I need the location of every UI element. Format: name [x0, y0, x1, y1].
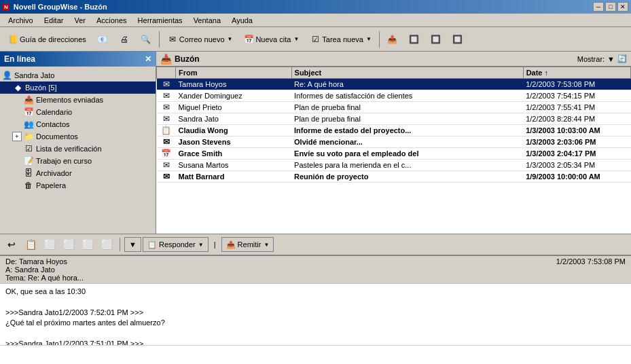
menu-item-ver[interactable]: Ver — [69, 15, 91, 26]
close-button[interactable]: ✕ — [617, 2, 628, 12]
email-subject: Plan de prueba final — [291, 113, 523, 125]
window-title: Novell GroupWise - Buzón — [14, 3, 107, 11]
sidebar-item-trash[interactable]: 🗑 Papelera — [0, 179, 156, 192]
new-mail-button[interactable]: ✉ Correo nuevo ▼ — [162, 30, 238, 49]
email-row[interactable]: ✉ Matt Barnard Reunión de proyecto 1/9/2… — [157, 171, 631, 183]
archive-icon: 🗄 — [23, 168, 34, 179]
email-type-icon: 📋 — [157, 125, 176, 136]
new-appointment-button[interactable]: 📅 Nueva cita ▼ — [238, 30, 304, 49]
separator-btn: | — [210, 237, 220, 252]
expand-icon[interactable]: + — [12, 132, 22, 141]
email-subject: Olvidé mencionar... — [291, 136, 523, 148]
toolbar-btn-2[interactable]: 🔲 — [404, 30, 425, 49]
sidebar-item-sandra-jato[interactable]: 👤 Sandra Jato — [0, 69, 156, 81]
email-from: Susana Martos — [176, 160, 292, 171]
sidebar-item-checklist[interactable]: ☑ Lista de verificación — [0, 143, 156, 155]
email-date: 1/3/2003 2:04:17 PM — [523, 148, 630, 160]
address-book-icon: 📒 — [7, 34, 18, 45]
sidebar-item-calendar[interactable]: 📅 Calendario — [0, 106, 156, 118]
refresh-icon[interactable]: 🔄 — [617, 54, 627, 63]
print-button[interactable]: 🖨 — [114, 30, 134, 49]
email-row[interactable]: 📅 Grace Smith Envíe su voto para el empl… — [157, 148, 631, 160]
move-btn[interactable]: ⬜ — [41, 236, 58, 253]
email-panel-title: 📥 Buzón — [160, 54, 200, 65]
menu-bar: ArchivoEditarVerAccionesHerramientasVent… — [0, 14, 631, 27]
email-date: 1/9/2003 10:00:00 AM — [523, 171, 630, 183]
menu-item-ayuda[interactable]: Ayuda — [226, 15, 258, 26]
respond-arrow: ▼ — [198, 242, 204, 248]
toolbar-btn-1[interactable]: 📧 — [92, 30, 113, 49]
email-from: Xander Dominguez — [176, 90, 292, 102]
menu-item-herramientas[interactable]: Herramientas — [132, 15, 188, 26]
sidebar-item-trash-label: Papelera — [36, 181, 66, 189]
show-dropdown-icon[interactable]: ▼ — [607, 55, 615, 63]
forward-action-button[interactable]: 📤 Remitir ▼ — [221, 237, 274, 252]
address-book-button[interactable]: 📒 Guía de direcciones — [3, 30, 91, 49]
email-row[interactable]: ✉ Xander Dominguez Informes de satisfacc… — [157, 90, 631, 102]
send-receive-icon: 📤 — [387, 34, 398, 45]
email-date: 1/2/2003 7:55:41 PM — [523, 102, 630, 113]
btn6[interactable]: ⬜ — [98, 236, 115, 253]
toolbar-btn-3[interactable]: 🔲 — [426, 30, 446, 49]
col-from-header[interactable]: From — [176, 67, 292, 79]
user-icon: 👤 — [1, 70, 12, 81]
sent-icon: 📤 — [23, 94, 34, 105]
menu-item-acciones[interactable]: Acciones — [91, 15, 132, 26]
btn5[interactable]: ⬜ — [79, 236, 96, 253]
minimize-button[interactable]: ─ — [593, 2, 604, 12]
col-subject-header[interactable]: Subject — [291, 67, 523, 79]
email-row[interactable]: ✉ Jason Stevens Olvidé mencionar... 1/3/… — [157, 136, 631, 148]
email-row[interactable]: ✉ Susana Martos Pasteles para la meriend… — [157, 160, 631, 171]
delete-btn[interactable]: ⬜ — [60, 236, 77, 253]
forward-btn[interactable]: 📋 — [22, 236, 39, 253]
sidebar-item-contacts[interactable]: 👥 Contactos — [0, 118, 156, 130]
email-date: 1/2/2003 7:54:15 PM — [523, 90, 630, 102]
preview-body: OK, que sea a las 10:30 >>>Sandra Jato1/… — [0, 284, 631, 345]
new-appointment-label: Nueva cita — [255, 35, 291, 43]
sidebar-close-icon[interactable]: ✕ — [145, 54, 151, 64]
email-row[interactable]: ✉ Sandra Jato Plan de prueba final 1/2/2… — [157, 113, 631, 125]
email-subject: Pasteles para la merienda en el c... — [291, 160, 523, 171]
send-receive-button[interactable]: 📤 — [382, 30, 403, 49]
icon-2: 🔲 — [409, 34, 420, 45]
sidebar-item-sent[interactable]: 📤 Elementos evniadas — [0, 94, 156, 106]
sidebar-item-archive-label: Archivador — [36, 169, 72, 177]
preview-timestamp: 1/2/2003 7:53:08 PM — [556, 257, 626, 266]
email-subject: Re: A qué hora — [291, 79, 523, 90]
show-control: Mostrar: ▼ 🔄 — [577, 54, 627, 63]
menu-item-editar[interactable]: Editar — [39, 15, 69, 26]
menu-item-ventana[interactable]: Ventana — [188, 15, 226, 26]
preview-text-4: >>>Sandra Jato1/2/2003 7:51:01 PM >>> — [5, 339, 626, 345]
menu-item-archivo[interactable]: Archivo — [3, 15, 39, 26]
sidebar-item-wip[interactable]: 📝 Trabajo en curso — [0, 155, 156, 167]
respond-label: 📋 Responder — [147, 240, 196, 249]
email-row[interactable]: ✉ Miguel Prieto Plan de prueba final 1/2… — [157, 102, 631, 113]
dropdown-btn[interactable]: ▼ — [124, 237, 141, 252]
new-mail-label: Correo nuevo — [179, 35, 225, 43]
email-from: Jason Stevens — [176, 136, 292, 148]
reply-btn[interactable]: ↩ — [3, 236, 20, 253]
email-panel-header: 📥 Buzón Mostrar: ▼ 🔄 — [156, 52, 631, 67]
col-date-header[interactable]: Date ↑ — [523, 67, 630, 79]
email-row[interactable]: ✉ Tamara Hoyos Re: A qué hora 1/2/2003 7… — [157, 79, 631, 90]
search-button[interactable]: 🔍 — [136, 30, 156, 49]
icon-3: 🔲 — [431, 34, 441, 45]
respond-button[interactable]: 📋 Responder ▼ — [143, 237, 209, 252]
email-type-icon: ✉ — [157, 102, 176, 113]
email-row[interactable]: 📋 Claudia Wong Informe de estado del pro… — [157, 125, 631, 136]
col-icon-header[interactable] — [157, 67, 176, 79]
preview-to: A: Sandra Jato — [5, 266, 55, 274]
email-subject: Reunión de proyecto — [291, 171, 523, 183]
preview-area: De: Tamara Hoyos 1/2/2003 7:53:08 PM A: … — [0, 255, 631, 364]
sidebar-item-archive[interactable]: 🗄 Archivador — [0, 167, 156, 179]
maximize-button[interactable]: □ — [605, 2, 616, 12]
preview-from-line: De: Tamara Hoyos 1/2/2003 7:53:08 PM — [5, 257, 626, 266]
documents-icon: 📁 — [23, 131, 34, 142]
sidebar-item-buzon[interactable]: ◆ Buzón [5] — [0, 81, 156, 94]
sidebar-item-buzon-label: Buzón [5] — [25, 84, 56, 92]
new-task-button[interactable]: ☑ Tarea nueva ▼ — [305, 30, 376, 49]
contacts-icon: 👥 — [23, 119, 34, 130]
sidebar-item-documents[interactable]: + 📁 Documentos — [0, 130, 156, 143]
sidebar-item-sent-label: Elementos evniadas — [36, 96, 103, 104]
toolbar-btn-4[interactable]: 🔲 — [448, 30, 468, 49]
